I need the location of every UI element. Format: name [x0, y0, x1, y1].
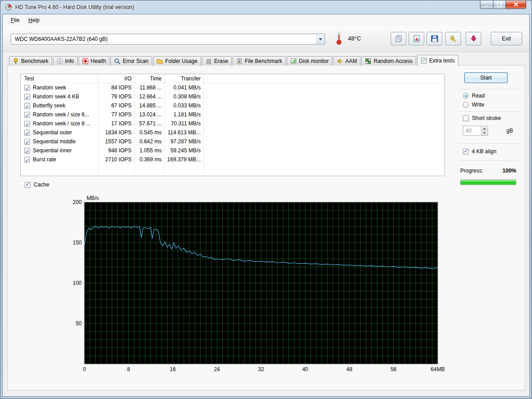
- tab-label: Disk monitor: [299, 58, 329, 64]
- copy-text-button[interactable]: [391, 32, 406, 45]
- test-checkbox[interactable]: [24, 130, 30, 136]
- tab-label: Benchmark: [21, 58, 48, 64]
- svg-text:16: 16: [170, 366, 176, 372]
- test-time: 0.369 ms: [134, 155, 164, 164]
- table-row[interactable]: Burst rate2710 IOPS0.369 ms169.379 MB...: [21, 155, 444, 164]
- folder-usage-icon: [157, 58, 163, 64]
- col-transfer[interactable]: Transfer: [164, 74, 203, 83]
- menu-help[interactable]: Help: [24, 15, 44, 25]
- tab-label: Info: [65, 58, 74, 64]
- cache-checkbox[interactable]: [25, 182, 31, 188]
- tab-aam[interactable]: AAM: [333, 56, 361, 66]
- tab-label: Erase: [214, 58, 228, 64]
- minimize-button[interactable]: [480, 0, 493, 9]
- tab-extra-tests[interactable]: Extra tests: [417, 55, 458, 66]
- down-arrow-icon: [470, 35, 478, 43]
- tab-health[interactable]: Health: [79, 56, 110, 66]
- copy-image-button[interactable]: [409, 32, 424, 45]
- keys-button[interactable]: [445, 32, 461, 45]
- test-time: 1.055 ms: [134, 146, 164, 155]
- write-radio[interactable]: [463, 102, 469, 108]
- svg-text:32: 32: [258, 366, 264, 372]
- test-time: 14.885 ...: [134, 101, 164, 110]
- col-io[interactable]: I/O: [98, 74, 134, 83]
- test-name: Random seek: [33, 83, 66, 92]
- test-time: 0.545 ms: [134, 128, 164, 137]
- test-checkbox[interactable]: [24, 139, 30, 145]
- test-checkbox[interactable]: [24, 94, 30, 100]
- save-icon: [431, 35, 439, 43]
- test-checkbox[interactable]: [24, 85, 30, 91]
- test-io: 84 IOPS: [98, 83, 134, 92]
- test-time: 12.664 ...: [134, 92, 164, 101]
- exit-button[interactable]: Exit: [491, 32, 522, 45]
- drive-selector[interactable]: WDC WD6400AAKS-22A7B2 (640 gB): [11, 34, 325, 44]
- test-checkbox[interactable]: [24, 121, 30, 127]
- tab-label: File Benchmark: [245, 58, 282, 64]
- test-checkbox[interactable]: [24, 157, 30, 163]
- table-row[interactable]: Sequential outer1834 IOPS0.545 ms114.613…: [21, 128, 444, 137]
- tab-file-benchmark[interactable]: File Benchmark: [233, 56, 286, 66]
- save-button[interactable]: [426, 32, 442, 45]
- svg-text:24: 24: [214, 366, 220, 372]
- tab-error-scan[interactable]: Error Scan: [110, 56, 152, 66]
- table-row[interactable]: Random seek84 IOPS11.868 ...0.041 MB/s: [21, 83, 444, 92]
- col-test[interactable]: Test: [21, 74, 98, 83]
- tab-label: Folder Usage: [165, 58, 198, 64]
- exit-label: Exit: [502, 35, 511, 42]
- export-button[interactable]: [466, 32, 481, 45]
- test-checkbox[interactable]: [24, 112, 30, 118]
- test-checkbox[interactable]: [24, 103, 30, 109]
- test-transfer: 70.311 MB/s: [164, 119, 203, 128]
- erase-icon: [206, 58, 212, 64]
- maximize-button[interactable]: [493, 0, 506, 9]
- results-table-body: Random seek84 IOPS11.868 ...0.041 MB/sRa…: [21, 83, 444, 164]
- align-checkbox[interactable]: [463, 149, 469, 155]
- progress-fill: [461, 180, 516, 185]
- test-transfer: 0.041 MB/s: [164, 83, 203, 92]
- svg-text:MB/s: MB/s: [87, 195, 99, 201]
- copy-icon: [395, 35, 403, 43]
- table-row[interactable]: Random seek / size 6...77 IOPS13.024 ...…: [21, 110, 444, 119]
- table-row[interactable]: Butterfly seek67 IOPS14.885 ...0.033 MB/…: [21, 101, 444, 110]
- tab-info[interactable]: i Info: [53, 56, 78, 66]
- table-row[interactable]: Sequential inner948 IOPS1.055 ms59.245 M…: [21, 146, 444, 155]
- test-name: Burst rate: [33, 155, 56, 164]
- tab-random-access[interactable]: Random Access: [361, 56, 416, 66]
- write-label: Write: [472, 102, 484, 108]
- test-checkbox[interactable]: [24, 148, 30, 154]
- random-access-icon: [365, 58, 371, 64]
- results-table: Test I/O Time Transfer Random seek84 IOP…: [20, 74, 445, 176]
- tab-label: Error Scan: [123, 58, 148, 64]
- tab-erase[interactable]: Erase: [202, 56, 232, 66]
- table-row[interactable]: Random seek 4 KB79 IOPS12.664 ...0.308 M…: [21, 92, 444, 101]
- app-window: HD Tune Pro 4.60 - Hard Disk Utility (tr…: [0, 0, 532, 399]
- menu-file[interactable]: File: [6, 15, 24, 25]
- read-radio[interactable]: [463, 93, 469, 99]
- start-button[interactable]: Start: [464, 72, 508, 83]
- separator: [459, 111, 522, 112]
- tab-disk-monitor[interactable]: Disk monitor: [287, 56, 333, 66]
- test-name: Random seek 4 KB: [33, 92, 79, 101]
- title-bar[interactable]: HD Tune Pro 4.60 - Hard Disk Utility (tr…: [0, 0, 532, 14]
- test-io: 77 IOPS: [98, 110, 134, 119]
- table-row[interactable]: Random seek / size 8 ...17 IOPS57.671 ..…: [21, 119, 444, 128]
- spin-up-button[interactable]: [481, 126, 488, 131]
- tab-benchmark[interactable]: Benchmark: [9, 56, 52, 66]
- test-transfer: 59.245 MB/s: [164, 146, 203, 155]
- down-arrow-icon: [483, 132, 486, 134]
- short-stroke-label: Short stroke: [472, 115, 501, 121]
- close-button[interactable]: [506, 0, 526, 9]
- benchmark-icon: [13, 58, 19, 64]
- spin-down-button[interactable]: [481, 131, 488, 136]
- table-row[interactable]: Sequential middle1557 IOPS0.642 ms97.287…: [21, 137, 444, 146]
- short-stroke-checkbox[interactable]: [463, 115, 469, 121]
- minimize-icon: [484, 3, 489, 7]
- svg-text:48: 48: [347, 366, 353, 372]
- client-area: File Help WDC WD6400AAKS-22A7B2 (640 gB)…: [2, 14, 530, 397]
- chevron-down-icon[interactable]: [316, 34, 325, 44]
- test-time: 11.868 ...: [134, 83, 164, 92]
- short-stroke-stepper: [463, 126, 488, 136]
- col-time[interactable]: Time: [134, 74, 164, 83]
- tab-folder-usage[interactable]: Folder Usage: [153, 56, 201, 66]
